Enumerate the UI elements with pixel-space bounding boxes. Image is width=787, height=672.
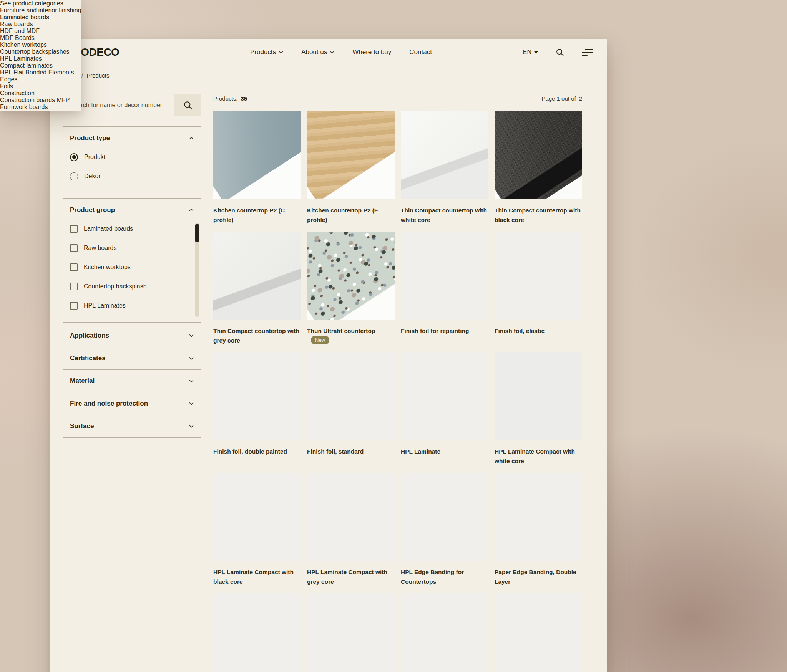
radio-option[interactable]: Dekor xyxy=(70,167,194,186)
category-link[interactable]: Construction boards MFP xyxy=(0,97,81,104)
filter-section-header[interactable]: Surface xyxy=(63,415,201,437)
checkbox[interactable] xyxy=(70,225,78,233)
filter-section-header[interactable]: Applications xyxy=(63,324,201,347)
filter-section-header[interactable]: Product group xyxy=(63,206,201,214)
product-image xyxy=(307,352,395,440)
main-nav: Products About us Where to buy Contact xyxy=(250,39,432,65)
nav-item[interactable]: Contact xyxy=(409,39,432,65)
language-label: EN xyxy=(523,49,531,56)
product-image xyxy=(213,232,301,320)
search-submit-button[interactable] xyxy=(174,94,201,116)
category-link[interactable]: Foils xyxy=(0,83,81,90)
product-name: Finish foil, standard xyxy=(307,448,364,455)
product-card[interactable] xyxy=(307,593,395,672)
category-link[interactable]: HPL Flat Bonded Elements xyxy=(0,69,81,76)
product-name: Finish foil for repainting xyxy=(401,328,469,334)
filter-section: Material xyxy=(63,369,201,392)
scrollbar-thumb[interactable] xyxy=(195,224,199,242)
category-link[interactable]: Raw boards xyxy=(0,21,81,28)
results-count-value: 35 xyxy=(241,95,247,102)
category-link[interactable]: HPL Laminates xyxy=(0,55,81,62)
product-card[interactable]: HPL Laminate Compact with grey core xyxy=(307,473,395,593)
filter-section-header[interactable]: Certificates xyxy=(63,347,201,369)
category-link[interactable]: Compact laminates xyxy=(0,62,81,69)
filter-section-header[interactable]: Product type xyxy=(63,134,201,142)
product-card[interactable]: Finish foil, elastic xyxy=(495,232,582,352)
product-card[interactable] xyxy=(213,593,301,672)
checkbox-option[interactable]: Laminated boards xyxy=(70,219,194,238)
option-label: Laminated boards xyxy=(84,225,133,232)
radio-button[interactable] xyxy=(70,153,78,161)
category-link[interactable]: HDF and MDF xyxy=(0,28,81,35)
category-link[interactable]: MDF Boards xyxy=(0,35,81,41)
scrollbar[interactable] xyxy=(195,223,199,317)
product-name: HPL Laminate Compact with white core xyxy=(495,448,575,464)
checkbox[interactable] xyxy=(70,302,78,310)
product-card[interactable] xyxy=(495,593,582,672)
search-button-header[interactable] xyxy=(556,48,564,56)
product-label: HPL Edge Banding for Countertops xyxy=(401,567,488,586)
filter-section-header[interactable]: Material xyxy=(63,370,201,392)
checkbox[interactable] xyxy=(70,263,78,271)
nav-item[interactable]: Where to buy xyxy=(352,39,391,65)
product-card[interactable]: Kitchen countertop P2 (C profile) xyxy=(213,111,301,232)
product-card[interactable]: HPL Laminate xyxy=(401,352,488,473)
option-label: Kitchen worktops xyxy=(84,264,131,271)
category-link-label: HPL Laminates xyxy=(0,55,42,62)
checkbox[interactable] xyxy=(70,244,78,252)
product-card[interactable]: Thin Compact countertop with black core xyxy=(495,111,582,232)
product-name: Kitchen countertop P2 (E profile) xyxy=(307,207,378,223)
product-image xyxy=(401,352,488,440)
nav-item-label: Contact xyxy=(409,48,432,56)
caret-down-icon xyxy=(534,51,538,55)
product-name: Thin Compact countertop with black core xyxy=(495,207,581,223)
checkbox-option[interactable]: Raw boards xyxy=(70,238,194,258)
nav-item-label: About us xyxy=(301,48,327,56)
language-selector[interactable]: EN xyxy=(523,49,538,56)
product-card[interactable] xyxy=(401,593,488,672)
option-label: Countertop backsplash xyxy=(84,283,147,290)
product-card[interactable]: HPL Edge Banding for Countertops xyxy=(401,473,488,593)
product-card[interactable]: HPL Laminate Compact with white core xyxy=(495,352,582,473)
category-links: Construction boards MFPFormwork boards xyxy=(0,97,81,111)
radio-button[interactable] xyxy=(70,172,78,180)
product-card[interactable]: Finish foil, standard xyxy=(307,352,395,473)
category-link[interactable]: Laminated boards xyxy=(0,14,81,21)
product-label: Finish foil for repainting xyxy=(401,326,488,336)
category-link[interactable]: Countertop backsplashes xyxy=(0,48,81,55)
product-image xyxy=(401,473,488,561)
radio-option[interactable]: Produkt xyxy=(70,147,194,167)
filter-section-header[interactable]: Fire and noise protection xyxy=(63,392,201,415)
filter-section-title: Surface xyxy=(70,422,94,430)
product-card[interactable]: Thin Compact countertop with white core xyxy=(401,111,488,232)
filter-options: Produkt Dekor xyxy=(63,147,201,195)
chevron-down-icon xyxy=(279,51,283,54)
product-card[interactable]: Thin Compact countertop with grey core xyxy=(213,232,301,352)
product-name: HPL Edge Banding for Countertops xyxy=(401,569,464,585)
product-label: Kitchen countertop P2 (C profile) xyxy=(213,205,301,225)
filter-section-title: Material xyxy=(70,377,95,385)
chevron-down-icon xyxy=(189,379,194,382)
checkbox-option[interactable]: Countertop backsplash xyxy=(70,277,194,296)
nav-item[interactable]: Products xyxy=(250,39,283,65)
product-name: HPL Laminate Compact with black core xyxy=(213,569,294,585)
checkbox[interactable] xyxy=(70,283,78,290)
product-card[interactable]: Thun Ultrafit countertopNew xyxy=(307,232,395,352)
product-card[interactable]: Paper Edge Banding, Double Layer xyxy=(495,473,582,593)
product-label: HPL Laminate xyxy=(401,447,488,456)
product-card[interactable]: HPL Laminate Compact with black core xyxy=(213,473,301,593)
filter-section-title: Product type xyxy=(70,134,110,142)
product-card[interactable]: Finish foil, double painted xyxy=(213,352,301,473)
product-label: HPL Laminate Compact with white core xyxy=(495,447,582,466)
checkbox-option[interactable]: HPL Laminates xyxy=(70,296,194,315)
product-card[interactable]: Finish foil for repainting xyxy=(401,232,488,352)
product-image xyxy=(495,111,582,199)
product-card[interactable]: Kitchen countertop P2 (E profile) xyxy=(307,111,395,232)
nav-item[interactable]: About us xyxy=(301,39,334,65)
category-link[interactable]: Kitchen worktops xyxy=(0,41,81,48)
menu-icon[interactable] xyxy=(582,49,593,56)
checkbox-option[interactable]: Kitchen worktops xyxy=(70,258,194,277)
category-link[interactable]: Edges xyxy=(0,76,81,83)
category-link[interactable]: Formwork boards xyxy=(0,104,81,111)
product-image xyxy=(401,593,488,672)
